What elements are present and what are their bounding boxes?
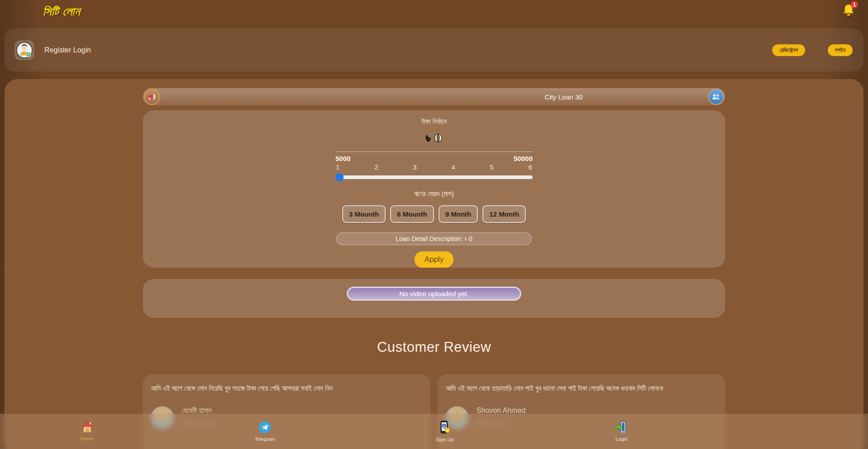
amount-slider-block: 5000 50000 1 2 3 4 5 6 bbox=[335, 151, 533, 181]
review-text: আমি এই অ্যাপ থেকে তাড়াতাড়ি লোন পাই খুব… bbox=[446, 383, 717, 393]
step-label: 6 bbox=[528, 163, 532, 171]
signup-phone-icon bbox=[439, 421, 451, 434]
step-labels: 1 2 3 4 5 6 bbox=[335, 163, 533, 171]
amount-select-title: টাকা নির্বাচন bbox=[421, 118, 447, 126]
login-button[interactable]: লগইন bbox=[828, 44, 853, 56]
register-avatar[interactable] bbox=[14, 40, 34, 60]
term-button-9[interactable]: 9 Month bbox=[439, 205, 478, 223]
register-bar: Register Login রেজিস্ট্রেশন লগইন bbox=[5, 28, 863, 71]
term-title: ঋণের মেয়াদ (মাস) bbox=[414, 190, 454, 198]
term-button-6[interactable]: 6 Mounth bbox=[390, 205, 434, 223]
term-button-3[interactable]: 3 Mounth bbox=[342, 205, 386, 223]
step-label: 4 bbox=[451, 163, 455, 171]
term-button-12[interactable]: 12 Month bbox=[482, 205, 526, 223]
telegram-icon bbox=[259, 421, 271, 434]
add-user-icon bbox=[16, 42, 33, 59]
customer-review-title: Customer Review bbox=[143, 339, 725, 355]
term-options-row: 3 Mounth 6 Mounth 9 Month 12 Month bbox=[342, 205, 526, 223]
top-header: সিটি লোন 1 bbox=[0, 0, 868, 23]
range-min-label: 5000 bbox=[335, 155, 350, 162]
step-label: 5 bbox=[490, 163, 494, 171]
step-label: 1 bbox=[336, 163, 340, 171]
app-logo: সিটি লোন bbox=[43, 5, 80, 19]
nav-label-telegram: Telegram bbox=[255, 436, 275, 442]
loan-panel: টাকা নির্বাচন ৳ 0 5000 50000 1 2 3 4 5 6… bbox=[143, 110, 725, 268]
main-panel: City Loan 30 টাকা নির্বাচন ৳ 0 5000 bbox=[5, 79, 863, 449]
apply-button[interactable]: Apply bbox=[415, 251, 454, 268]
step-label: 3 bbox=[413, 163, 416, 171]
marquee-text: City Loan 30 bbox=[545, 93, 583, 101]
registration-button[interactable]: রেজিস্ট্রেশন bbox=[772, 44, 805, 56]
notification-bell-button[interactable]: 1 bbox=[842, 4, 857, 19]
nav-item-signup[interactable]: Sign-Up bbox=[436, 421, 454, 442]
nav-label-signup: Sign-Up bbox=[436, 437, 454, 442]
notice-marquee-bar: City Loan 30 bbox=[143, 88, 725, 105]
amount-slider[interactable] bbox=[335, 175, 533, 179]
home-icon bbox=[81, 421, 94, 433]
register-login-label: Register Login bbox=[44, 46, 91, 54]
bottom-nav: Home Telegram bbox=[0, 414, 868, 449]
amount-display: ৳ 0 bbox=[426, 132, 442, 145]
loan-detail-description: Loan Detail Description: ৳ 0 bbox=[336, 232, 532, 245]
range-max-label: 50000 bbox=[514, 155, 533, 162]
members-icon-button[interactable] bbox=[708, 89, 724, 105]
video-panel: No video uploaded yet. bbox=[143, 279, 725, 318]
review-text: আমি এই অ্যাপ থেকে লোন নিয়েছি খুব সহজে ট… bbox=[151, 383, 422, 393]
megaphone-icon bbox=[147, 92, 157, 102]
people-group-icon bbox=[711, 92, 721, 102]
nav-label-login: Login bbox=[616, 436, 628, 442]
nav-label-home: Home bbox=[80, 436, 94, 441]
notification-count-badge: 1 bbox=[851, 1, 858, 8]
nav-item-home[interactable]: Home bbox=[80, 421, 94, 441]
no-video-message: No video uploaded yet. bbox=[347, 287, 521, 301]
step-label: 2 bbox=[374, 163, 378, 171]
nav-item-telegram[interactable]: Telegram bbox=[255, 421, 275, 442]
announcement-icon-button[interactable] bbox=[144, 89, 160, 105]
login-door-icon bbox=[615, 421, 628, 434]
nav-item-login[interactable]: Login bbox=[615, 421, 628, 442]
